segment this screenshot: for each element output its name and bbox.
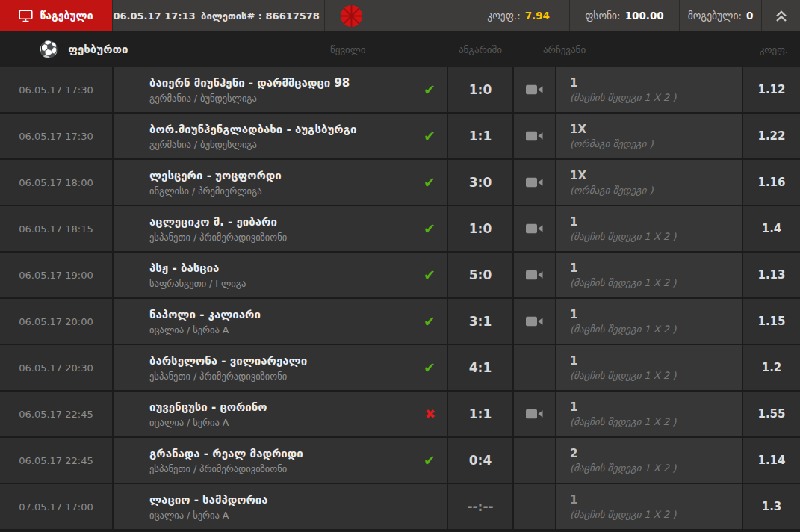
bet-row[interactable]: 06.05.17 20:30 ბარსელონა - ვილიარეალი ეს… bbox=[0, 345, 800, 390]
match-league: იცალია / სერია A bbox=[149, 324, 229, 335]
video-camera-icon bbox=[526, 223, 544, 234]
pick-value: 1 bbox=[570, 215, 577, 229]
match-pair-cell: გრანადა - რეალ მადრიდი ესპანეთი / პრიმერ… bbox=[114, 438, 447, 483]
coefficient-value: 1.16 bbox=[743, 160, 800, 205]
stream-cell[interactable] bbox=[514, 299, 555, 344]
bet-row[interactable]: 07.05.17 17:00 ლაციო - სამპდორია იცალია … bbox=[0, 484, 800, 529]
cross-icon: ✖ bbox=[425, 408, 435, 421]
stream-cell[interactable] bbox=[514, 345, 555, 390]
pick-market-type: (მაცჩის შედეგი 1 X 2 ) bbox=[570, 324, 676, 335]
coefficient-value: 1.3 bbox=[743, 484, 800, 529]
check-icon: ✔ bbox=[424, 268, 435, 282]
bet-row[interactable]: 06.05.17 22:45 იუვენცუსი - ცორინო იცალია… bbox=[0, 392, 800, 436]
match-name: ბარსელონა - ვილიარეალი bbox=[149, 354, 307, 368]
pick-cell: 1 (მაცჩის შედეგი 1 X 2 ) bbox=[556, 67, 742, 112]
coefficient-value: 1.14 bbox=[743, 438, 800, 483]
check-icon: ✔ bbox=[424, 361, 435, 375]
match-league: გერმანია / ბუნდესლიგა bbox=[149, 139, 257, 150]
match-name: პსჟ - ბასცია bbox=[149, 262, 219, 275]
match-datetime: 06.05.17 19:00 bbox=[0, 253, 112, 297]
match-pair-cell: ნაპოლი - კალიარი იცალია / სერია A ✔ bbox=[114, 299, 447, 344]
match-name: ლესცერი - უოცფორდი bbox=[149, 169, 282, 182]
sport-name: ფეხბურთი bbox=[68, 43, 128, 56]
match-league: ინგლისი / პრემიერლიგა bbox=[149, 185, 262, 197]
bet-row[interactable]: 06.05.17 20:00 ნაპოლი - კალიარი იცალია /… bbox=[0, 299, 800, 344]
bet-row[interactable]: 06.05.17 19:00 პსჟ - ბასცია საფრანგეთი /… bbox=[0, 253, 800, 297]
stream-cell[interactable] bbox=[514, 438, 555, 483]
pick-value: 1 bbox=[570, 262, 577, 275]
match-name: ლაციო - სამპდორია bbox=[149, 493, 268, 507]
ticket-top-bar: წაგებული 06.05.17 17:13 ბილეთის# : 86617… bbox=[0, 0, 800, 31]
pick-cell: 1 (მაცჩის შედეგი 1 X 2 ) bbox=[556, 484, 742, 529]
column-header-score: ანგარიში bbox=[448, 31, 512, 67]
bet-row[interactable]: 06.05.17 18:15 აცლეციკო მ. - ეიბარი ესპა… bbox=[0, 206, 800, 251]
winnings-label: მოგებული: bbox=[688, 10, 742, 22]
coef-value: 7.94 bbox=[525, 10, 550, 22]
pick-market-type: (ორმაგი შედეგი ) bbox=[570, 138, 654, 149]
pick-value: 1 bbox=[570, 493, 577, 507]
match-league: ესპანეთი / პრიმერადივიზიონი bbox=[149, 463, 287, 474]
pick-cell: 1X (ორმაგი შედეგი ) bbox=[556, 160, 742, 205]
ticket-badge-cell bbox=[324, 0, 378, 31]
match-datetime: 06.05.17 18:15 bbox=[0, 206, 112, 251]
status-button[interactable]: წაგებული bbox=[0, 0, 112, 31]
coefficient-total-cell: კოეფ.: 7.94 bbox=[378, 0, 569, 31]
video-camera-icon bbox=[526, 270, 544, 280]
stream-cell[interactable] bbox=[514, 67, 555, 112]
pick-value: 1X bbox=[570, 169, 586, 182]
match-pair-cell: ბაიერნ მიუნჰენი - დარმშცადცი 98 გერმანია… bbox=[114, 67, 447, 112]
check-icon: ✔ bbox=[424, 83, 435, 97]
pick-cell: 1 (მაცჩის შედეგი 1 X 2 ) bbox=[556, 345, 742, 390]
red-wheel-icon bbox=[340, 4, 363, 28]
coefficient-value: 1.4 bbox=[743, 206, 800, 251]
match-score: 1:1 bbox=[448, 114, 512, 158]
pick-cell: 1 (მაცჩის შედეგი 1 X 2 ) bbox=[556, 253, 742, 297]
stake-label: ფსონი: bbox=[585, 10, 620, 22]
winnings-cell: მოგებული: 0 bbox=[679, 0, 761, 31]
check-icon: ✔ bbox=[424, 454, 435, 468]
coefficient-value: 1.12 bbox=[743, 67, 800, 112]
bet-row[interactable]: 06.05.17 18:00 ლესცერი - უოცფორდი ინგლის… bbox=[0, 160, 800, 205]
pick-cell: 1 (მაცჩის შედეგი 1 X 2 ) bbox=[556, 299, 742, 344]
soccer-ball-icon: ⚽ bbox=[39, 42, 58, 58]
ticket-number: ბილეთის# : 86617578 bbox=[196, 0, 324, 31]
bet-row[interactable]: 06.05.17 17:30 ბორ.მიუნჰენგლადბახი - აუგ… bbox=[0, 114, 800, 158]
check-icon: ✔ bbox=[424, 129, 435, 143]
match-score: 5:0 bbox=[448, 253, 512, 297]
bet-row[interactable]: 06.05.17 17:30 ბაიერნ მიუნჰენი - დარმშცა… bbox=[0, 67, 800, 112]
match-datetime: 07.05.17 17:00 bbox=[0, 484, 112, 529]
video-camera-icon bbox=[526, 131, 544, 141]
match-name: აცლეციკო მ. - ეიბარი bbox=[149, 215, 277, 229]
match-pair-cell: იუვენცუსი - ცორინო იცალია / სერია A ✖ bbox=[114, 392, 447, 436]
match-score: 0:4 bbox=[448, 438, 512, 483]
match-pair-cell: ბარსელონა - ვილიარეალი ესპანეთი / პრიმერ… bbox=[114, 345, 447, 390]
bet-row[interactable]: 06.05.17 22:45 გრანადა - რეალ მადრიდი ეს… bbox=[0, 438, 800, 483]
match-league: ესპანეთი / პრიმერადივიზიონი bbox=[149, 371, 287, 382]
stream-cell[interactable] bbox=[514, 206, 555, 251]
match-score: 1:1 bbox=[448, 392, 512, 436]
coefficient-value: 1.15 bbox=[743, 299, 800, 344]
collapse-button[interactable] bbox=[761, 0, 800, 31]
winnings-value: 0 bbox=[746, 10, 753, 22]
match-pair-cell: აცლეციკო მ. - ეიბარი ესპანეთი / პრიმერად… bbox=[114, 206, 447, 251]
match-score: 3:1 bbox=[448, 299, 512, 344]
match-pair-cell: ლესცერი - უოცფორდი ინგლისი / პრემიერლიგა… bbox=[114, 160, 447, 205]
match-datetime: 06.05.17 17:30 bbox=[0, 114, 112, 158]
stake-value: 100.00 bbox=[625, 10, 664, 22]
match-datetime: 06.05.17 22:45 bbox=[0, 438, 112, 483]
stream-cell[interactable] bbox=[514, 484, 555, 529]
video-camera-icon bbox=[526, 177, 544, 188]
stream-cell[interactable] bbox=[514, 392, 555, 436]
match-datetime: 06.05.17 20:30 bbox=[0, 345, 112, 390]
pick-market-type: (მაცჩის შედეგი 1 X 2 ) bbox=[570, 509, 676, 520]
match-name: გრანადა - რეალ მადრიდი bbox=[149, 447, 303, 460]
match-pair-cell: ბორ.მიუნჰენგლადბახი - აუგსბურგი გერმანია… bbox=[114, 114, 447, 158]
match-score: 1:0 bbox=[448, 206, 512, 251]
pick-value: 1 bbox=[570, 76, 577, 90]
column-header-pick: არჩევანი bbox=[543, 31, 586, 67]
stream-cell[interactable] bbox=[514, 114, 555, 158]
stream-cell[interactable] bbox=[514, 253, 555, 297]
pick-cell: 1 (მაცჩის შედეგი 1 X 2 ) bbox=[556, 206, 742, 251]
stream-cell[interactable] bbox=[514, 160, 555, 205]
pick-market-type: (მაცჩის შედეგი 1 X 2 ) bbox=[570, 92, 676, 103]
